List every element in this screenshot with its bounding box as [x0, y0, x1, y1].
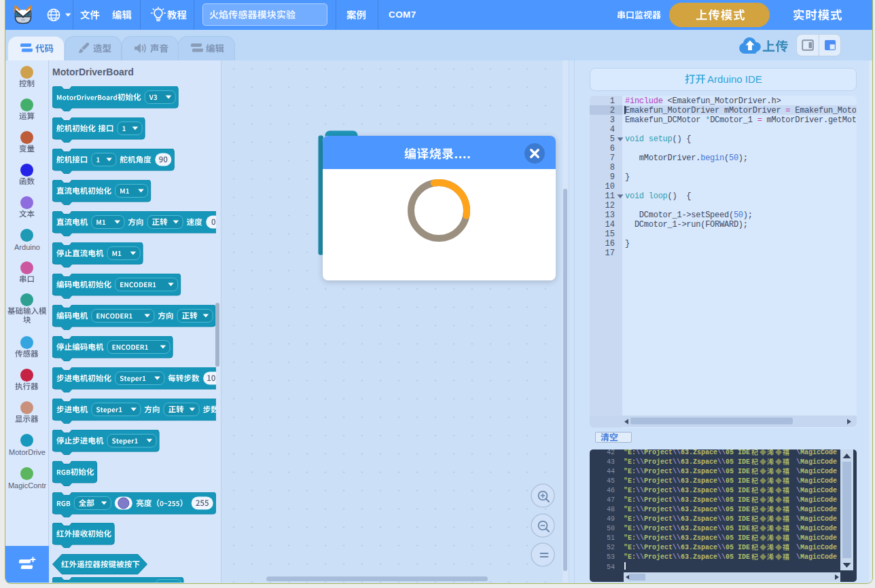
- svg-text:Arduino IDE: Arduino IDE: [707, 73, 762, 85]
